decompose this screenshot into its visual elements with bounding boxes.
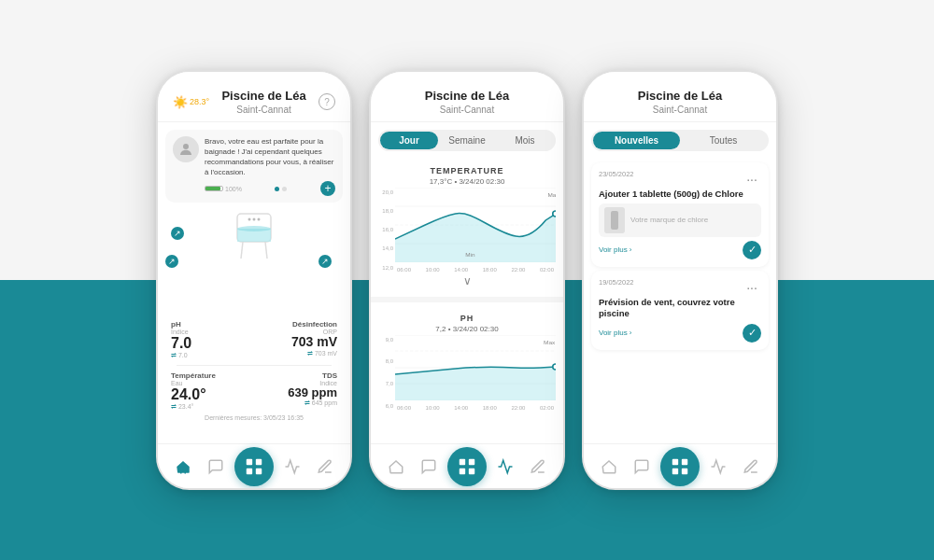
phone2-title: Piscine de Léa bbox=[425, 89, 509, 104]
xaxis-label: 18:00 bbox=[483, 267, 497, 273]
svg-rect-10 bbox=[256, 458, 262, 464]
svg-point-0 bbox=[183, 144, 189, 149]
tds-arrow: ↗ bbox=[318, 255, 332, 268]
svg-line-7 bbox=[241, 242, 243, 259]
ph-sub: ⇌ 7.0 bbox=[171, 352, 250, 359]
nav-home-3[interactable] bbox=[596, 454, 622, 480]
tab-semaine[interactable]: Semaine bbox=[438, 132, 496, 149]
message-avatar bbox=[173, 136, 199, 162]
ph-chart-svg: Max bbox=[395, 335, 556, 400]
message-card: Bravo, votre eau est parfaite pour la ba… bbox=[165, 130, 343, 203]
temp-value: 24.0° bbox=[171, 386, 250, 403]
nav-graph-3[interactable] bbox=[705, 454, 731, 480]
phone3-title: Piscine de Léa bbox=[638, 89, 722, 104]
xaxis-label: 22:00 bbox=[511, 405, 525, 411]
xaxis-label: 06:00 bbox=[397, 267, 411, 273]
nav-messages-3[interactable] bbox=[629, 454, 655, 480]
notif-card-2: 19/05/2022 ··· Prévision de vent, couvre… bbox=[591, 271, 769, 350]
nav-center-button-3[interactable] bbox=[660, 447, 700, 486]
temp-arrow: ↗ bbox=[165, 255, 178, 268]
weather-temp: 28.3° bbox=[190, 97, 209, 106]
more-button-1[interactable]: ··· bbox=[743, 170, 761, 189]
desin-name: Désinfection bbox=[258, 320, 337, 329]
nav-home-2[interactable] bbox=[383, 454, 409, 480]
svg-rect-35 bbox=[672, 468, 678, 473]
plus-button[interactable]: + bbox=[320, 181, 335, 196]
nav-center-button[interactable] bbox=[234, 447, 274, 486]
yaxis-label: 7,0 bbox=[378, 381, 393, 386]
svg-point-6 bbox=[258, 218, 261, 221]
notif-title-1: Ajouter 1 tablette (500g) de Chlore bbox=[599, 189, 761, 200]
phone-2: Piscine de Léa Saint-Cannat Jour Semaine… bbox=[369, 70, 565, 490]
dots-nav bbox=[275, 187, 287, 191]
chevron-right-icon-2: › bbox=[630, 329, 632, 337]
tds-name: TDS bbox=[258, 371, 337, 380]
voir-plus-2[interactable]: Voir plus › bbox=[599, 329, 631, 337]
nav-center-button-2[interactable] bbox=[447, 447, 487, 486]
phone2-scroll: TEMPERATURE 17,3°C • 3/24/20 02:30 20,0 … bbox=[371, 159, 563, 443]
svg-text:Min: Min bbox=[465, 251, 475, 258]
nav-settings[interactable] bbox=[312, 454, 338, 480]
phone1-subtitle: Saint-Cannat bbox=[221, 104, 305, 116]
nav-settings-2[interactable] bbox=[525, 454, 551, 480]
battery-bar: 100% bbox=[205, 186, 242, 192]
help-button[interactable]: ? bbox=[318, 93, 335, 110]
check-button-2[interactable]: ✓ bbox=[743, 324, 761, 343]
notif-card-1: 23/05/2022 ··· Ajouter 1 tablette (500g)… bbox=[591, 162, 769, 267]
last-measure: Dernières mesures: 3/05/23 16:35 bbox=[158, 414, 350, 421]
nav-messages[interactable] bbox=[203, 454, 229, 480]
nav-graph-2[interactable] bbox=[492, 454, 518, 480]
phone1-title: Piscine de Léa bbox=[221, 89, 305, 104]
metrics-row-top: pH Indice 7.0 ⇌ 7.0 Désinfection ORP 703… bbox=[167, 318, 341, 361]
tab-nouvelles[interactable]: Nouvelles bbox=[593, 132, 680, 149]
temp-yaxis: 20,0 18,0 16,0 14,0 12,0 bbox=[378, 188, 393, 273]
temp-chart-title: TEMPERATURE bbox=[378, 166, 556, 175]
nav-settings-3[interactable] bbox=[738, 454, 764, 480]
nav-home[interactable] bbox=[170, 454, 196, 480]
temp-type: Eau bbox=[171, 380, 250, 386]
xaxis-label: 06:00 bbox=[397, 405, 411, 411]
desin-sub: ⇌ 703 mV bbox=[258, 350, 337, 357]
sun-icon: ☀️ bbox=[173, 95, 188, 109]
collapse-button[interactable]: ∨ bbox=[378, 274, 556, 287]
dot-1 bbox=[275, 187, 279, 191]
temp-chart-value: 17,3°C • 3/24/20 02:30 bbox=[378, 177, 556, 186]
temp-chart-svg: Max Min bbox=[395, 188, 556, 262]
phone3-scroll: 23/05/2022 ··· Ajouter 1 tablette (500g)… bbox=[584, 159, 776, 443]
nav-messages-2[interactable] bbox=[416, 454, 442, 480]
ph-metric: pH Indice 7.0 ⇌ 7.0 bbox=[167, 318, 254, 361]
xaxis-label: 14:00 bbox=[454, 267, 468, 273]
yaxis-label: 18,0 bbox=[378, 208, 393, 214]
product-label-1: Votre marque de chlore bbox=[630, 216, 708, 224]
ph-chart-value: 7,2 • 3/24/20 02:30 bbox=[378, 325, 556, 333]
svg-rect-29 bbox=[469, 458, 474, 464]
svg-point-18 bbox=[553, 211, 556, 217]
desin-metric: Désinfection ORP 703 mV ⇌ 703 mV bbox=[254, 318, 341, 358]
voir-plus-1[interactable]: Voir plus › bbox=[599, 245, 631, 254]
yaxis-label: 20,0 bbox=[378, 189, 393, 195]
yaxis-label: 8,0 bbox=[378, 358, 393, 364]
svg-rect-9 bbox=[247, 458, 252, 464]
tab-jour[interactable]: Jour bbox=[380, 132, 438, 149]
yaxis-label: 6,0 bbox=[378, 403, 393, 409]
metrics-row-bottom: Température Eau 24.0° ⇌ 23.4° TDS Indice… bbox=[167, 370, 341, 413]
notif-product-1: Votre marque de chlore bbox=[599, 203, 761, 237]
temp-sub: ⇌ 23.4° bbox=[171, 403, 250, 411]
temp-chart-wrapper: 20,0 18,0 16,0 14,0 12,0 bbox=[378, 188, 556, 273]
check-button-1[interactable]: ✓ bbox=[743, 241, 761, 259]
svg-point-26 bbox=[553, 364, 556, 370]
tab-mois[interactable]: Mois bbox=[496, 132, 554, 149]
tds-sub: ⇌ 645 ppm bbox=[258, 399, 337, 407]
svg-rect-31 bbox=[469, 468, 474, 473]
more-button-2[interactable]: ··· bbox=[743, 278, 761, 297]
svg-rect-12 bbox=[256, 468, 262, 473]
nav-graph[interactable] bbox=[279, 454, 305, 480]
tab-toutes[interactable]: Toutes bbox=[680, 132, 767, 149]
phone2-header: Piscine de Léa Saint-Cannat bbox=[371, 72, 563, 122]
voir-plus-label-2: Voir plus bbox=[599, 329, 628, 337]
xaxis-label: 02:00 bbox=[540, 267, 554, 273]
xaxis-label: 22:00 bbox=[511, 267, 525, 273]
ph-chart-area: Max 06:00 10:00 14:00 18:00 22:00 02:00 bbox=[395, 335, 556, 411]
temp-chart-area: Max Min 06:00 10:00 14:00 18:00 22:00 02… bbox=[395, 188, 556, 273]
phone1-content: Bravo, votre eau est parfaite pour la ba… bbox=[158, 122, 350, 443]
